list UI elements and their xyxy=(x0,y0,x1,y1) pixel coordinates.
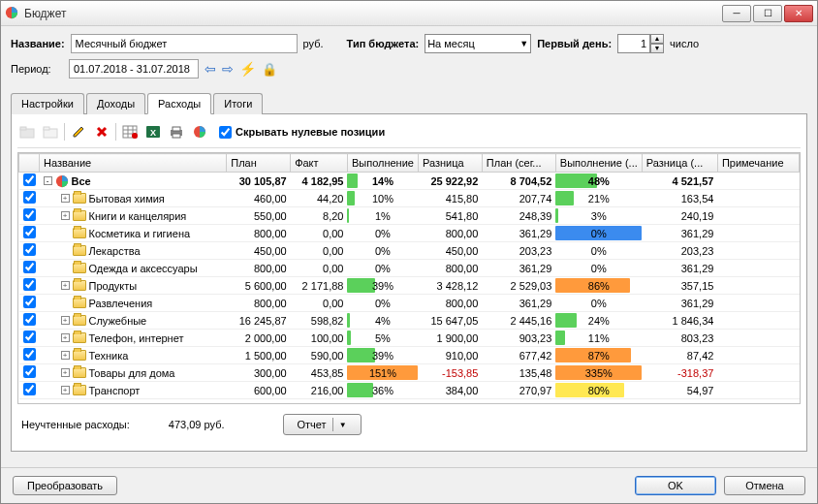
row-checkbox[interactable] xyxy=(23,278,36,291)
hide-zero-input[interactable] xyxy=(219,126,232,139)
row-checkbox[interactable] xyxy=(23,243,36,256)
column-header[interactable]: Выполнение xyxy=(347,154,418,173)
tree-expander[interactable]: + xyxy=(61,281,70,290)
name-input[interactable] xyxy=(71,34,298,53)
tree-expander xyxy=(61,229,70,237)
edit-icon[interactable] xyxy=(69,122,88,142)
row-name: Транспорт xyxy=(89,385,141,396)
folder-icon xyxy=(73,280,86,291)
hide-zero-checkbox[interactable]: Скрывать нулевые позиции xyxy=(219,126,385,139)
spinner-down-button[interactable]: ▼ xyxy=(650,44,664,53)
row-checkbox[interactable] xyxy=(23,313,36,326)
report-button[interactable]: Отчет ▼ xyxy=(283,414,362,435)
budget-type-select[interactable]: На месяц ▼ xyxy=(425,34,531,53)
delete-icon[interactable] xyxy=(92,122,111,142)
tree-expander[interactable]: + xyxy=(61,211,70,220)
row-checkbox[interactable] xyxy=(23,331,36,343)
folder-icon xyxy=(73,350,86,361)
folder-icon xyxy=(73,228,86,238)
folder-icon xyxy=(73,315,86,326)
tree-expander[interactable]: + xyxy=(61,194,70,203)
table-row[interactable]: +Техника1 500,00590,0039%910,00677,4287%… xyxy=(19,347,800,364)
tab-1[interactable]: Доходы xyxy=(86,93,145,114)
period-input[interactable] xyxy=(69,59,199,79)
folder-closed-icon xyxy=(17,122,37,142)
tree-expander[interactable]: + xyxy=(61,386,70,394)
tree-expander[interactable]: + xyxy=(61,316,70,325)
table-row[interactable]: Одежда и аксессуары800,000,000%800,00361… xyxy=(19,260,800,277)
row-checkbox[interactable] xyxy=(23,173,36,186)
table-row[interactable]: +Продукты5 600,002 171,8839%3 428,122 52… xyxy=(19,277,800,295)
first-day-suffix: число xyxy=(670,38,699,49)
table-row[interactable]: +Товары для дома300,00453,85151%-153,851… xyxy=(19,364,800,382)
next-period-icon[interactable]: ⇨ xyxy=(222,61,234,77)
tree-expander[interactable]: + xyxy=(61,333,70,342)
table-icon[interactable] xyxy=(120,122,140,142)
row-checkbox[interactable] xyxy=(23,208,36,221)
table-row[interactable]: Развлечения800,000,000%800,00361,290%361… xyxy=(19,295,800,312)
row-name: Косметика и гигиена xyxy=(89,228,191,239)
lock-icon[interactable]: 🔒 xyxy=(262,62,277,77)
spinner-up-button[interactable]: ▲ xyxy=(650,34,664,44)
folder-icon xyxy=(73,193,86,204)
row-name: Бытовая химия xyxy=(89,193,165,205)
maximize-button[interactable]: ☐ xyxy=(753,5,782,22)
tab-2[interactable]: Расходы xyxy=(147,93,211,114)
tree-expander[interactable]: + xyxy=(61,368,70,377)
column-header[interactable]: Разница (... xyxy=(642,154,717,173)
column-header[interactable]: План (сег... xyxy=(482,154,555,173)
table-row[interactable]: +Телефон, интернет2 000,00100,005%1 900,… xyxy=(19,330,800,347)
row-checkbox[interactable] xyxy=(23,348,36,361)
tree-expander xyxy=(61,264,70,272)
column-header[interactable]: Факт xyxy=(291,154,348,173)
row-checkbox[interactable] xyxy=(23,296,36,308)
period-label: Период: xyxy=(11,63,63,75)
table-row[interactable]: Косметика и гигиена800,000,000%800,00361… xyxy=(19,225,800,242)
first-day-spinner[interactable]: ▲ ▼ xyxy=(617,34,664,53)
column-header[interactable]: Название xyxy=(40,154,227,173)
tab-3[interactable]: Итоги xyxy=(213,93,263,114)
column-header[interactable]: План xyxy=(227,154,291,173)
tab-0[interactable]: Настройки xyxy=(11,93,84,114)
table-row[interactable]: +Бытовая химия460,0044,2010%415,80207,74… xyxy=(19,190,800,207)
app-icon xyxy=(55,174,69,188)
first-day-input[interactable] xyxy=(617,34,650,53)
excel-icon[interactable]: X xyxy=(143,122,163,142)
window-title: Бюджет xyxy=(24,7,722,20)
column-header[interactable]: Примечание xyxy=(717,154,799,173)
table-row[interactable]: +Служебные16 245,87598,824%15 647,052 44… xyxy=(19,312,800,330)
table-row[interactable]: Лекарства450,000,000%450,00203,230%203,2… xyxy=(19,242,800,260)
transform-button[interactable]: Преобразовать xyxy=(13,476,117,495)
row-name: Книги и канцелярия xyxy=(89,210,187,222)
column-header[interactable]: Разница xyxy=(418,154,482,173)
prev-period-icon[interactable]: ⇦ xyxy=(204,61,216,77)
table-row[interactable]: -Все30 105,874 182,9514%25 922,928 704,5… xyxy=(19,173,800,190)
chart-icon[interactable] xyxy=(190,122,209,142)
ok-button[interactable]: OK xyxy=(635,476,716,495)
row-checkbox[interactable] xyxy=(23,191,36,204)
tree-expander[interactable]: + xyxy=(61,351,70,360)
folder-icon xyxy=(73,367,86,378)
cancel-button[interactable]: Отмена xyxy=(724,476,805,495)
print-icon[interactable] xyxy=(167,122,186,142)
tree-expander[interactable]: - xyxy=(44,176,52,185)
close-button[interactable]: ✕ xyxy=(784,5,813,22)
table-row[interactable]: +Транспорт600,00216,0036%384,00270,9780%… xyxy=(19,382,800,399)
row-checkbox[interactable] xyxy=(23,261,36,273)
table-row[interactable]: +Книги и канцелярия550,008,201%541,80248… xyxy=(19,207,800,225)
row-name: Одежда и аксессуары xyxy=(89,263,198,274)
folder-icon xyxy=(73,245,86,256)
unaccounted-label: Неучтенные расходы: xyxy=(21,419,130,430)
column-header[interactable]: Выполнение (... xyxy=(555,154,642,173)
row-checkbox[interactable] xyxy=(23,383,36,395)
minimize-button[interactable]: ─ xyxy=(722,5,751,22)
unaccounted-value: 473,09 руб. xyxy=(169,419,225,430)
row-checkbox[interactable] xyxy=(23,226,36,238)
name-label: Название: xyxy=(11,38,65,49)
row-checkbox[interactable] xyxy=(23,365,36,378)
lightning-icon[interactable]: ⚡ xyxy=(239,61,256,77)
chevron-down-icon: ▼ xyxy=(519,39,528,48)
hide-zero-label: Скрывать нулевые позиции xyxy=(236,126,385,138)
svg-rect-15 xyxy=(173,134,180,138)
tree-expander xyxy=(61,246,70,255)
